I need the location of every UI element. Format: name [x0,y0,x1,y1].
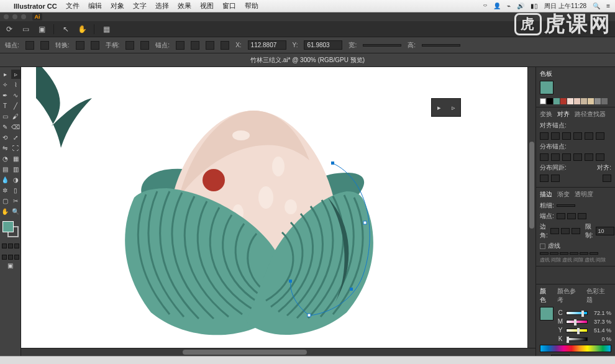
swatch-item[interactable] [560,98,567,104]
artboard-tool[interactable]: ▢ [1,196,10,206]
mini-direct-selection-icon[interactable]: ▹ [452,104,455,112]
current-swatch[interactable] [540,81,554,94]
shaper-tool[interactable]: ✎ [1,122,10,132]
dist-left-icon[interactable] [573,153,582,161]
pathfinder-tab[interactable]: 路径查找器 [575,110,606,119]
align-hcenter-icon[interactable] [551,132,560,140]
y-slider[interactable] [566,329,588,332]
window-close-button[interactable] [4,14,9,19]
cap-square-icon[interactable] [578,213,586,219]
draw-inside-icon[interactable] [14,255,19,260]
dist-vspace-icon[interactable] [540,175,549,182]
join-miter-icon[interactable] [550,228,559,234]
draw-normal-icon[interactable] [2,255,7,260]
rotate-tool[interactable]: ⟲ [1,133,10,142]
swatches-tab[interactable]: 色板 [540,70,552,78]
swatch-item[interactable] [594,98,601,104]
dist-right-icon[interactable] [596,153,604,161]
menu-edit[interactable]: 编辑 [88,1,102,11]
convert-corner-icon[interactable] [76,41,84,50]
convert-smooth-icon[interactable] [91,41,99,50]
canvas[interactable]: ▸ ▹ [21,67,535,356]
menu-object[interactable]: 对象 [111,1,124,11]
anchors-a-icon[interactable] [176,41,184,50]
align-tab[interactable]: 对齐 [557,110,570,119]
anchors-c-icon[interactable] [206,41,214,50]
align-bottom-icon[interactable] [596,132,604,140]
status-wifi-icon[interactable]: ⌁ [507,2,511,9]
mesh-tool[interactable]: ▤ [1,165,10,174]
scale-tool[interactable]: ⤢ [11,133,20,142]
toolbar-hand-icon[interactable]: ✋ [76,24,88,35]
dash-seg-field[interactable] [550,252,558,255]
stroke-tab[interactable]: 描边 [540,190,552,199]
horizontal-scrollbar[interactable] [21,348,535,356]
hand-tool[interactable]: ✋ [1,207,10,216]
color-current-swatch[interactable] [540,307,554,321]
menu-app[interactable]: Illustrator CC [14,2,57,10]
status-volume-icon[interactable]: 🔊 [517,2,524,9]
x-field[interactable]: 112.8807 [248,40,286,50]
toolbar-sync-icon[interactable]: ⟳ [4,24,15,35]
join-round-icon[interactable] [561,228,570,234]
screen-mode-button[interactable]: ▣ [1,261,20,270]
status-battery-icon[interactable]: ▮▯ [531,2,538,9]
h-field[interactable] [422,44,460,47]
menubar-clock[interactable]: 周日 上午11:28 [544,2,586,11]
toolbar-arrange-icon[interactable]: ▦ [101,24,112,35]
dist-top-icon[interactable] [540,153,549,161]
width-tool[interactable]: ⇋ [1,143,10,153]
swatch-item[interactable] [581,98,587,104]
swatch-item[interactable] [574,98,580,104]
color-mode-fill-icon[interactable] [2,243,7,248]
symbol-sprayer-tool[interactable]: ✲ [1,186,10,195]
toolbar-new-icon[interactable]: ▭ [20,24,31,35]
anchor-add-icon[interactable] [25,41,34,50]
mini-selection-icon[interactable]: ▸ [437,104,441,112]
menu-effect[interactable]: 效果 [178,1,191,11]
dash-seg-field[interactable] [580,252,588,255]
paintbrush-tool[interactable]: 🖌 [11,112,20,121]
pen-tool[interactable]: ✒ [1,91,10,100]
spectrum-bar[interactable] [540,345,611,352]
k-slider[interactable] [566,337,588,341]
color-tab[interactable]: 颜色 [540,287,552,304]
vertical-scrollbar[interactable] [527,67,535,348]
window-minimize-button[interactable] [12,14,17,19]
menu-file[interactable]: 文件 [66,1,80,11]
align-top-icon[interactable] [573,132,582,140]
fill-stroke-swatch[interactable] [2,221,19,237]
ref-point-icon[interactable] [221,41,229,50]
handle-hide-icon[interactable] [140,41,149,50]
swatch-item[interactable] [554,98,560,104]
toolbar-open-icon[interactable]: ▣ [36,24,47,35]
window-zoom-button[interactable] [21,14,26,19]
anchors-b-icon[interactable] [191,41,199,50]
limit-field[interactable]: 10 [596,227,614,235]
dash-seg-field[interactable] [560,252,568,255]
w-field[interactable] [363,44,401,47]
color-theme-tab[interactable]: 色彩主题 [586,287,611,304]
anchor-remove-icon[interactable] [40,41,49,50]
spotlight-icon[interactable]: 🔍 [593,2,600,9]
align-to-selection-icon[interactable] [603,175,611,182]
menu-type[interactable]: 文字 [133,1,147,11]
curvature-tool[interactable]: ∿ [11,91,20,100]
type-tool[interactable]: T [1,101,10,111]
menu-view[interactable]: 视图 [200,1,214,11]
cap-butt-icon[interactable] [557,213,565,219]
color-guide-tab[interactable]: 颜色参考 [557,287,582,304]
blend-tool[interactable]: ◑ [11,175,20,184]
selection-tool[interactable]: ▸ [1,70,10,79]
swatch-item[interactable] [540,98,546,104]
stroke-weight-field[interactable] [557,204,575,207]
fill-swatch[interactable] [2,221,14,232]
notification-center-icon[interactable]: ≡ [606,2,610,9]
m-slider[interactable] [566,320,588,324]
transparency-tab[interactable]: 透明度 [575,190,593,199]
cap-round-icon[interactable] [567,213,576,219]
toolbar-cursor-icon[interactable]: ↖ [60,24,71,35]
align-vcenter-icon[interactable] [585,132,593,140]
dash-seg-field[interactable] [590,252,598,255]
dist-hcenter-icon[interactable] [585,153,593,161]
